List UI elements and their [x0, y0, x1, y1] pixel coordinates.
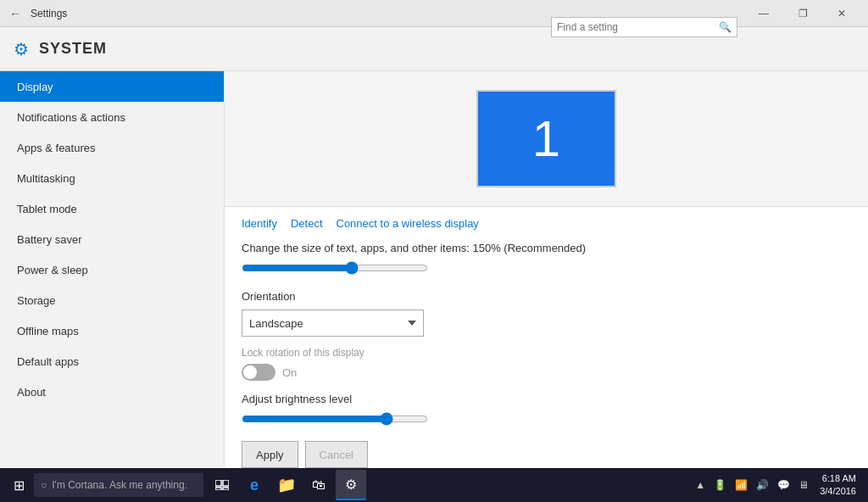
cortana-icon: ○: [41, 479, 47, 491]
apply-button[interactable]: Apply: [242, 441, 298, 468]
toggle-state-label: On: [282, 366, 297, 379]
size-label: Change the size of text, apps, and other…: [242, 242, 851, 254]
size-slider-section: Change the size of text, apps, and other…: [242, 242, 851, 278]
sidebar-item-multitasking[interactable]: Multitasking: [0, 163, 224, 193]
display-links: Identify Detect Connect to a wireless di…: [242, 217, 851, 230]
search-input[interactable]: [557, 21, 719, 33]
system-icon: ⚙: [14, 39, 29, 59]
app-title: SYSTEM: [39, 40, 107, 58]
settings-taskbar-icon[interactable]: ⚙: [336, 470, 366, 500]
restore-button[interactable]: ❐: [783, 0, 822, 27]
close-button[interactable]: ✕: [822, 0, 861, 27]
cortana-search[interactable]: ○ I'm Cortana. Ask me anything.: [34, 473, 203, 497]
svg-rect-0: [215, 480, 221, 486]
sidebar-item-about[interactable]: About: [0, 376, 224, 407]
sidebar-item-notifications[interactable]: Notifications & actions: [0, 102, 224, 132]
toggle-knob: [243, 365, 257, 379]
title-bar: ← Settings 🔍 — ❐ ✕: [0, 0, 868, 27]
battery-icon[interactable]: 🔋: [711, 479, 729, 491]
detect-link[interactable]: Detect: [291, 217, 323, 230]
taskbar-clock: 6:18 AM 3/4/2016: [815, 472, 861, 499]
brightness-section: Adjust brightness level: [242, 393, 851, 429]
cancel-button[interactable]: Cancel: [305, 441, 368, 468]
sidebar-item-storage[interactable]: Storage: [0, 285, 224, 315]
lock-rotation-label: Lock rotation of this display: [242, 347, 851, 359]
taskbar-right: ▲ 🔋 📶 🔊 💬 🖥 6:18 AM 3/4/2016: [693, 472, 865, 499]
start-button[interactable]: ⊞: [3, 470, 34, 500]
app-header: ⚙ SYSTEM: [0, 27, 868, 71]
sidebar-item-battery[interactable]: Battery saver: [0, 224, 224, 254]
svg-rect-3: [223, 488, 229, 490]
size-slider[interactable]: [242, 261, 428, 275]
sidebar-item-apps[interactable]: Apps & features: [0, 132, 224, 163]
identify-link[interactable]: Identify: [242, 217, 277, 230]
minimize-button[interactable]: —: [744, 0, 783, 27]
svg-rect-1: [223, 480, 229, 486]
cortana-placeholder: I'm Cortana. Ask me anything.: [52, 479, 187, 491]
monitor-display: 1: [476, 90, 616, 187]
taskbar: ⊞ ○ I'm Cortana. Ask me anything. e 📁 🛍 …: [0, 468, 868, 502]
edge-icon[interactable]: e: [239, 470, 270, 500]
brightness-slider[interactable]: [242, 412, 428, 426]
monitor-preview: 1: [225, 71, 868, 207]
task-view-icon[interactable]: [207, 470, 237, 500]
show-desktop-icon[interactable]: 🖥: [796, 479, 811, 491]
lock-rotation-toggle-row: On: [242, 364, 851, 381]
network-icon[interactable]: 📶: [732, 479, 750, 491]
orientation-label: Orientation: [242, 290, 851, 303]
file-explorer-icon[interactable]: 📁: [271, 470, 302, 500]
back-button[interactable]: ←: [7, 5, 24, 22]
sidebar-item-tablet[interactable]: Tablet mode: [0, 193, 224, 224]
sidebar-item-default-apps[interactable]: Default apps: [0, 346, 224, 376]
search-bar[interactable]: 🔍: [551, 17, 737, 37]
chevron-up-icon[interactable]: ▲: [693, 479, 708, 491]
connect-wireless-link[interactable]: Connect to a wireless display: [337, 217, 479, 230]
store-icon[interactable]: 🛍: [303, 470, 334, 500]
sidebar-item-display[interactable]: Display: [0, 71, 224, 102]
main-content: Display Notifications & actions Apps & f…: [0, 71, 868, 468]
sidebar-item-maps[interactable]: Offline maps: [0, 315, 224, 346]
title-bar-title: Settings: [31, 8, 67, 20]
lock-rotation-section: Lock rotation of this display On: [242, 347, 851, 381]
action-buttons: Apply Cancel: [242, 441, 851, 468]
search-icon: 🔍: [719, 21, 732, 33]
sidebar: Display Notifications & actions Apps & f…: [0, 71, 225, 468]
orientation-select[interactable]: Landscape: [242, 310, 424, 337]
volume-icon[interactable]: 🔊: [754, 479, 771, 491]
action-center-icon[interactable]: 💬: [775, 479, 793, 491]
lock-rotation-toggle[interactable]: [242, 364, 275, 381]
orientation-section: Orientation Landscape: [242, 290, 851, 337]
brightness-label: Adjust brightness level: [242, 393, 851, 405]
svg-rect-2: [215, 488, 221, 490]
sidebar-item-power[interactable]: Power & sleep: [0, 254, 224, 285]
content-area: 1 Identify Detect Connect to a wireless …: [225, 71, 868, 468]
